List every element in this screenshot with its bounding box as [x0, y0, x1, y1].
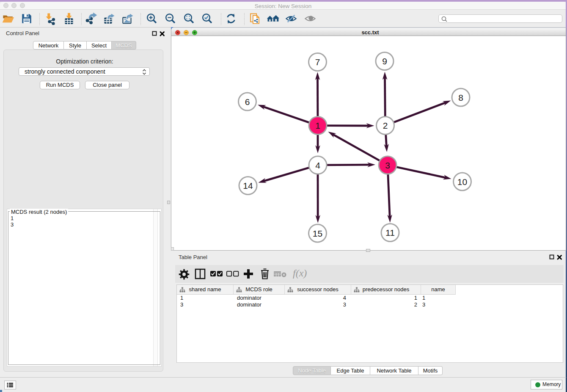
- svg-text:6: 6: [245, 97, 250, 107]
- svg-text:9: 9: [382, 56, 387, 66]
- svg-text:1: 1: [315, 121, 320, 130]
- svg-text:2: 2: [383, 121, 388, 130]
- svg-text:3: 3: [385, 160, 390, 170]
- svg-text:7: 7: [315, 57, 320, 67]
- svg-text:11: 11: [385, 228, 395, 237]
- svg-text:4: 4: [315, 160, 320, 170]
- svg-text:14: 14: [243, 181, 253, 190]
- svg-text:10: 10: [457, 177, 467, 187]
- svg-text:15: 15: [313, 229, 322, 238]
- svg-text:8: 8: [458, 93, 463, 102]
